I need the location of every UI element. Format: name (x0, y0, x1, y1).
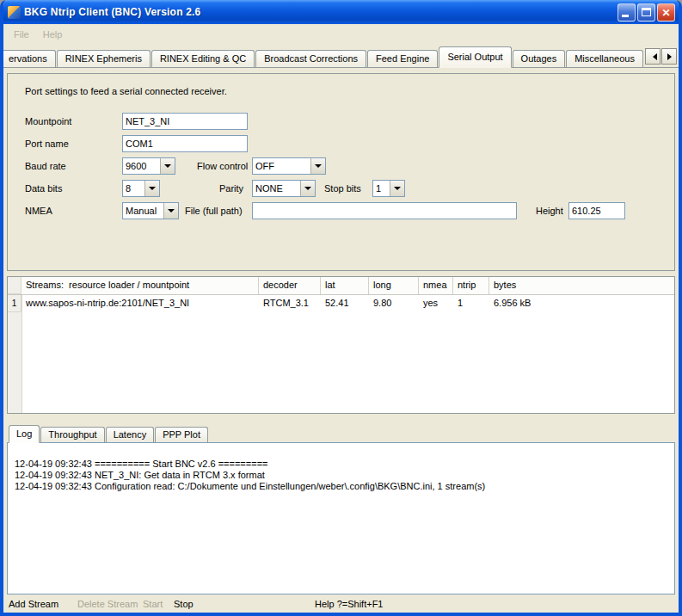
cell-mountpoint: www.sapos-ni-ntrip.de:2101/NET_3_NI (22, 295, 259, 312)
footer: Add Stream Delete Stream Start Stop Help… (3, 594, 679, 616)
nmea-value: Manual (123, 206, 163, 216)
streams-table: Streams: resource loader / mountpoint de… (7, 276, 675, 414)
bottom-tabbar: Log Throughput Latency PPP Plot (7, 423, 675, 442)
flow-control-value: OFF (253, 161, 310, 171)
flow-control-dropdown-button[interactable] (310, 158, 325, 174)
tab-feed-engine[interactable]: Feed Engine (367, 50, 438, 67)
chevron-left-icon (649, 53, 657, 60)
tab-throughput[interactable]: Throughput (40, 427, 104, 442)
chevron-down-icon (149, 187, 156, 194)
window-controls: ✕ (617, 3, 675, 22)
chevron-down-icon (168, 209, 175, 216)
stop-button[interactable]: Stop (174, 599, 194, 609)
maximize-icon (642, 8, 651, 16)
nmea-dropdown-button[interactable] (163, 203, 178, 219)
app-window: BKG Ntrip Client (BNC) Version 2.6 ✕ Fil… (0, 0, 682, 616)
parity-dropdown-button[interactable] (300, 181, 315, 196)
table-row[interactable]: 1 www.sapos-ni-ntrip.de:2101/NET_3_NI RT… (8, 295, 674, 312)
header-nmea: nmea (419, 277, 453, 294)
stop-bits-value: 1 (373, 183, 390, 194)
top-tabbar: ervations RINEX Ephemeris RINEX Editing … (3, 44, 679, 68)
panel-description: Port settings to feed a serial connected… (25, 86, 227, 96)
close-icon: ✕ (658, 5, 674, 21)
cell-ntrip: 1 (453, 295, 489, 312)
chevron-down-icon (164, 164, 171, 171)
menubar: File Help (3, 24, 679, 44)
tab-scroll-left-button[interactable] (645, 48, 660, 65)
data-bits-select[interactable]: 8 (122, 180, 160, 197)
chevron-down-icon (394, 187, 401, 194)
cell-long: 9.80 (369, 295, 419, 312)
port-name-input[interactable] (122, 135, 248, 152)
add-stream-button[interactable]: Add Stream (9, 599, 58, 609)
menu-file[interactable]: File (7, 27, 36, 42)
baud-rate-label: Baud rate (25, 161, 66, 171)
flow-control-label: Flow control (197, 161, 248, 171)
tab-serial-output[interactable]: Serial Output (439, 46, 511, 68)
tab-broadcast-corrections[interactable]: Broadcast Corrections (255, 50, 366, 67)
tab-outages[interactable]: Outages (513, 50, 566, 67)
parity-label: Parity (219, 183, 243, 194)
start-button[interactable]: Start (143, 599, 163, 609)
log-line: 12-04-19 09:32:43 ========== Start BNC v… (15, 459, 667, 470)
header-long: long (369, 277, 419, 294)
corner-header-cell (8, 277, 22, 294)
baud-rate-select[interactable]: 9600 (122, 157, 175, 175)
stop-bits-select[interactable]: 1 (372, 180, 405, 197)
minimize-button[interactable] (617, 3, 636, 22)
tab-latency[interactable]: Latency (106, 427, 155, 442)
baud-rate-value: 9600 (123, 161, 160, 171)
port-name-label: Port name (25, 139, 69, 149)
stop-bits-dropdown-button[interactable] (390, 181, 404, 196)
close-button[interactable]: ✕ (657, 3, 675, 22)
height-label: Height (536, 206, 563, 216)
tab-miscellaneous[interactable]: Miscellaneous (566, 50, 643, 67)
mountpoint-label: Mountpoint (25, 116, 71, 126)
app-icon[interactable] (8, 6, 21, 19)
header-lat: lat (321, 277, 369, 294)
tab-log[interactable]: Log (9, 425, 40, 443)
header-bytes: bytes (489, 277, 674, 294)
row-number: 1 (8, 295, 22, 312)
tab-ppp-plot[interactable]: PPP Plot (155, 427, 208, 442)
log-line: 12-04-19 09:32:43 NET_3_NI: Get data in … (15, 470, 667, 481)
menu-help[interactable]: Help (36, 27, 70, 42)
nmea-select[interactable]: Manual (122, 202, 179, 219)
cell-bytes: 6.956 kB (489, 295, 674, 312)
log-output[interactable]: 12-04-19 09:32:43 ========== Start BNC v… (7, 442, 675, 594)
parity-value: NONE (253, 183, 300, 194)
file-path-label: File (full path) (185, 206, 243, 216)
tab-rinex-editing-qc[interactable]: RINEX Editing & QC (151, 50, 255, 67)
baud-rate-dropdown-button[interactable] (160, 158, 175, 174)
header-mountpoint: Streams: resource loader / mountpoint (22, 277, 259, 294)
flow-control-select[interactable]: OFF (252, 157, 326, 175)
height-input[interactable] (568, 202, 625, 219)
cell-lat: 52.41 (321, 295, 369, 312)
help-shortcut-label[interactable]: Help ?=Shift+F1 (315, 599, 384, 609)
chevron-right-icon (667, 53, 675, 60)
maximize-button[interactable] (637, 3, 655, 22)
data-bits-label: Data bits (25, 183, 62, 194)
serial-output-panel: Port settings to feed a serial connected… (7, 73, 675, 271)
header-ntrip: ntrip (453, 277, 489, 294)
tab-scroll-right-button[interactable] (661, 48, 677, 65)
log-line: 12-04-19 09:32:43 Configuration read: C:… (15, 481, 667, 492)
minimize-icon (622, 15, 629, 17)
window-title: BKG Ntrip Client (BNC) Version 2.6 (24, 6, 617, 18)
data-bits-dropdown-button[interactable] (144, 181, 159, 196)
header-decoder: decoder (259, 277, 321, 294)
tab-observations[interactable]: ervations (3, 50, 56, 67)
file-path-input[interactable] (252, 202, 517, 219)
tab-scroll-buttons (645, 48, 677, 65)
chevron-down-icon (304, 187, 311, 194)
cell-nmea: yes (419, 295, 453, 312)
tab-rinex-ephemeris[interactable]: RINEX Ephemeris (57, 50, 151, 67)
parity-select[interactable]: NONE (252, 180, 316, 197)
nmea-label: NMEA (25, 206, 52, 216)
stop-bits-label: Stop bits (324, 183, 361, 194)
streams-header-row: Streams: resource loader / mountpoint de… (8, 277, 674, 295)
delete-stream-button[interactable]: Delete Stream (77, 599, 138, 609)
chevron-down-icon (315, 164, 322, 171)
mountpoint-input[interactable] (122, 113, 248, 130)
titlebar[interactable]: BKG Ntrip Client (BNC) Version 2.6 ✕ (3, 0, 679, 24)
